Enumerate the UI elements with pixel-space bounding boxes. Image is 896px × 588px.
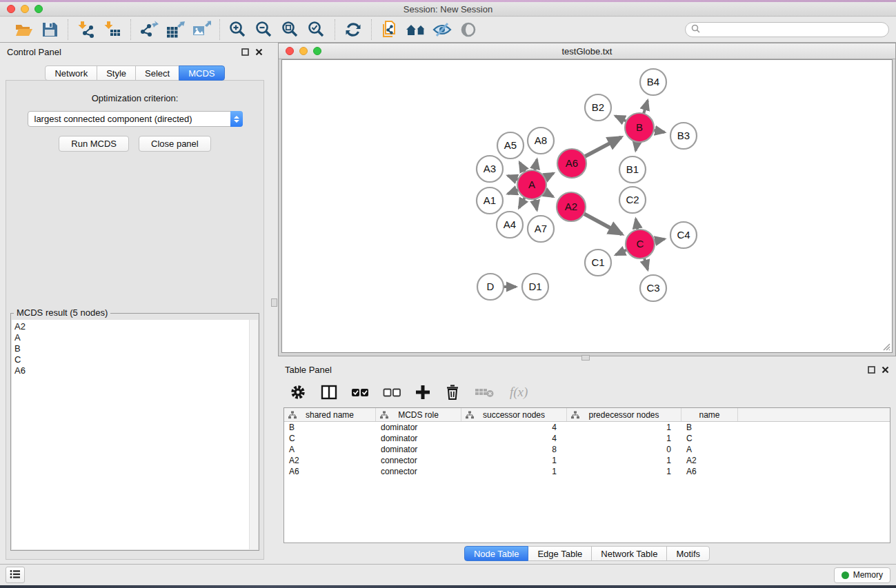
graph-node-B3[interactable]: B3 xyxy=(670,123,697,149)
column-header-shared-name[interactable]: shared name xyxy=(284,408,376,421)
table-row[interactable]: A2connector11A2 xyxy=(284,455,890,466)
select-all-columns-button[interactable] xyxy=(351,383,370,403)
graph-node-B4[interactable]: B4 xyxy=(640,69,666,95)
table-row[interactable]: A6connector11A6 xyxy=(284,466,890,477)
deselect-all-columns-button[interactable] xyxy=(383,383,401,403)
network-window-titlebar[interactable]: testGlobe.txt xyxy=(279,43,895,59)
split-columns-button[interactable] xyxy=(320,383,338,403)
tab-style[interactable]: Style xyxy=(97,65,136,81)
export-table-button[interactable] xyxy=(164,19,186,41)
refresh-network-button[interactable] xyxy=(342,19,364,41)
close-panel-button[interactable] xyxy=(882,366,889,374)
application-window: Session: New Session Control Panel xyxy=(0,0,896,588)
criterion-select[interactable]: largest connected component (directed) xyxy=(28,111,243,127)
svg-text:C3: C3 xyxy=(646,282,659,294)
graph-node-C1[interactable]: C1 xyxy=(585,250,611,276)
task-history-button[interactable] xyxy=(6,567,25,583)
float-panel-button[interactable] xyxy=(241,48,249,56)
zoom-in-button[interactable] xyxy=(227,19,249,41)
splitter-handle[interactable] xyxy=(581,355,590,361)
tab-edge-table[interactable]: Edge Table xyxy=(528,546,592,561)
column-header-mcds-role[interactable]: MCDS role xyxy=(376,408,461,421)
run-mcds-button[interactable]: Run MCDS xyxy=(59,136,129,152)
column-header-successor-nodes[interactable]: successor nodes xyxy=(461,408,567,421)
graph-node-B[interactable]: B xyxy=(625,113,654,142)
export-table-icon xyxy=(166,20,185,39)
show-hidden-button[interactable] xyxy=(457,19,479,41)
hide-selected-button[interactable] xyxy=(431,19,453,41)
zoom-out-button[interactable] xyxy=(253,19,275,41)
import-network-button[interactable] xyxy=(75,19,97,41)
tab-network[interactable]: Network xyxy=(45,65,97,81)
mcds-tab-content: Optimization criterion: largest connecte… xyxy=(6,80,264,560)
network-canvas[interactable]: AA1A2A3A4A5A6A7A8BB1B2B3B4CC1C2C3C4DD1 xyxy=(281,59,893,353)
duplicate-network-button[interactable] xyxy=(379,19,401,41)
result-list-item[interactable]: B xyxy=(12,343,249,354)
graph-node-D[interactable]: D xyxy=(477,274,504,300)
toolbar-separator xyxy=(68,19,68,40)
tab-network-table[interactable]: Network Table xyxy=(591,546,667,561)
graph-node-A[interactable]: A xyxy=(517,170,546,199)
column-header-name[interactable]: name xyxy=(681,408,738,421)
graph-node-A1[interactable]: A1 xyxy=(477,187,503,214)
search-input[interactable] xyxy=(704,25,883,34)
table-panel-header: Table Panel xyxy=(278,361,896,378)
table-panel-title: Table Panel xyxy=(285,365,332,375)
graph-node-A4[interactable]: A4 xyxy=(497,212,523,238)
memory-button[interactable]: Memory xyxy=(834,567,890,583)
tab-select[interactable]: Select xyxy=(135,65,179,81)
graph-node-B2[interactable]: B2 xyxy=(585,94,611,121)
svg-text:B4: B4 xyxy=(647,76,659,88)
horizontal-splitter[interactable] xyxy=(278,356,896,361)
search-box[interactable] xyxy=(685,22,889,37)
table-row[interactable]: Adominator80A xyxy=(284,444,890,455)
splitter-handle[interactable] xyxy=(271,298,277,307)
svg-text:B3: B3 xyxy=(677,130,690,141)
graph-node-C[interactable]: C xyxy=(626,230,655,258)
resize-grip-icon[interactable] xyxy=(881,341,890,351)
import-table-button[interactable] xyxy=(101,19,123,41)
graph-node-A5[interactable]: A5 xyxy=(497,132,524,159)
graph-node-A7[interactable]: A7 xyxy=(528,216,554,242)
result-list-item[interactable]: A2 xyxy=(12,321,249,332)
result-list-scrollbar[interactable] xyxy=(249,320,258,549)
float-panel-button[interactable] xyxy=(868,366,875,374)
column-header-predecessor-nodes[interactable]: predecessor nodes xyxy=(567,408,681,421)
main-titlebar[interactable]: Session: New Session xyxy=(0,2,896,17)
tab-mcds[interactable]: MCDS xyxy=(179,65,224,81)
delete-column-button[interactable] xyxy=(444,383,461,403)
graph-node-D1[interactable]: D1 xyxy=(522,274,548,300)
tab-motifs[interactable]: Motifs xyxy=(666,546,710,561)
add-column-button[interactable] xyxy=(415,384,431,403)
first-neighbors-button[interactable] xyxy=(405,19,427,41)
vertical-splitter[interactable] xyxy=(270,43,278,564)
table-row[interactable]: Cdominator41C xyxy=(284,433,890,444)
toolbar-group xyxy=(221,19,333,41)
zoom-fit-button[interactable] xyxy=(279,19,301,41)
close-panel-button[interactable] xyxy=(255,48,263,56)
tab-node-table[interactable]: Node Table xyxy=(464,546,529,561)
zoom-selected-icon xyxy=(307,20,326,39)
graph-node-C3[interactable]: C3 xyxy=(640,275,666,301)
zoom-selected-button[interactable] xyxy=(306,19,328,41)
export-image-button[interactable] xyxy=(190,19,212,41)
result-list-item[interactable]: C xyxy=(12,354,249,365)
graph-node-A8[interactable]: A8 xyxy=(528,128,554,154)
table-row[interactable]: Bdominator41B xyxy=(284,422,890,433)
settings-button[interactable] xyxy=(289,383,307,403)
save-session-button[interactable] xyxy=(39,19,61,41)
result-list-item[interactable]: A xyxy=(12,332,249,343)
result-list-item[interactable]: A6 xyxy=(12,365,249,376)
graph-node-A6[interactable]: A6 xyxy=(557,149,586,178)
control-panel: Control Panel NetworkStyleSelectMCDS Opt… xyxy=(0,43,270,564)
graph-node-C4[interactable]: C4 xyxy=(670,222,697,248)
graph-node-B1[interactable]: B1 xyxy=(619,156,646,183)
graph-node-C2[interactable]: C2 xyxy=(619,187,646,213)
open-session-button[interactable] xyxy=(12,19,34,41)
import-table-icon xyxy=(103,20,122,39)
graph-node-A3[interactable]: A3 xyxy=(477,156,503,182)
graph-node-A2[interactable]: A2 xyxy=(557,192,586,221)
export-network-button[interactable] xyxy=(138,19,160,41)
toolbar-separator xyxy=(371,19,372,40)
close-panel-button-secondary[interactable]: Close panel xyxy=(139,136,211,152)
